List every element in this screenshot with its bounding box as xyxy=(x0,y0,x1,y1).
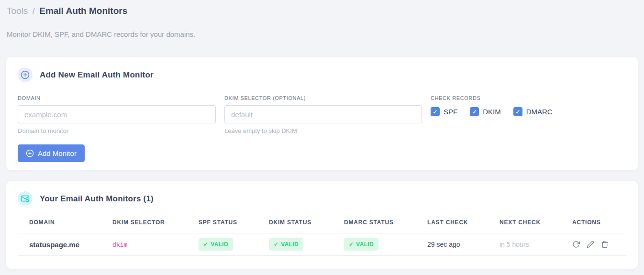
check-records-options: ✓ SPF ✓ DKIM ✓ DMARC xyxy=(431,107,626,116)
checkbox-dmarc-label: DMARC xyxy=(526,108,553,116)
col-header-dmarc-status: DMARC STATUS xyxy=(333,214,416,233)
table-header-row: DOMAIN DKIM SELECTOR SPF STATUS DKIM STA… xyxy=(18,214,626,233)
add-monitor-button[interactable]: Add Monitor xyxy=(18,144,85,162)
edit-icon[interactable] xyxy=(587,241,594,248)
checkbox-checked-icon[interactable]: ✓ xyxy=(513,107,522,116)
checkbox-checked-icon[interactable]: ✓ xyxy=(470,107,479,116)
dmarc-status-badge: ✓ VALID xyxy=(344,238,378,251)
checkbox-spf[interactable]: ✓ SPF xyxy=(431,107,457,116)
page-title: Email Auth Monitors xyxy=(39,6,127,16)
col-header-last-check: LAST CHECK xyxy=(416,214,488,233)
add-card-title: Add New Email Auth Monitor xyxy=(40,70,154,80)
spf-status-badge: ✓ VALID xyxy=(199,238,233,251)
check-records-group: CHECK RECORDS ✓ SPF ✓ DKIM ✓ DMARC xyxy=(431,95,626,134)
domain-input[interactable] xyxy=(18,105,216,123)
dmarc-status-text: VALID xyxy=(356,241,374,248)
dkim-status-text: VALID xyxy=(281,241,299,248)
dkim-status-badge: ✓ VALID xyxy=(269,238,303,251)
check-records-label: CHECK RECORDS xyxy=(431,95,626,101)
monitors-card: Your Email Auth Monitors (1) DOMAIN DKIM… xyxy=(6,181,638,269)
dkim-selector-field-group: DKIM SELECTOR (OPTIONAL) Leave empty to … xyxy=(224,95,422,134)
next-check-value: in 5 hours xyxy=(500,241,529,248)
domain-field-group: DOMAIN Domain to monitor xyxy=(18,95,216,134)
dkim-helper-text: Leave empty to skip DKIM xyxy=(224,127,422,134)
col-header-next-check: NEXT CHECK xyxy=(488,214,561,233)
check-icon: ✓ xyxy=(203,241,208,248)
col-header-dkim-selector: DKIM SELECTOR xyxy=(101,214,187,233)
checkbox-spf-label: SPF xyxy=(444,108,457,116)
monitors-card-header: Your Email Auth Monitors (1) xyxy=(18,191,626,206)
col-header-domain: DOMAIN xyxy=(18,214,101,233)
check-icon: ✓ xyxy=(349,241,354,248)
add-monitor-button-label: Add Monitor xyxy=(38,149,77,157)
checkbox-dkim[interactable]: ✓ DKIM xyxy=(470,107,501,116)
plus-circle-icon xyxy=(26,149,34,157)
monitors-table: DOMAIN DKIM SELECTOR SPF STATUS DKIM STA… xyxy=(18,214,626,256)
table-row: statuspage.me dkim ✓ VALID ✓ VALID xyxy=(18,233,626,256)
plus-circle-icon xyxy=(18,67,33,82)
checkbox-dmarc[interactable]: ✓ DMARC xyxy=(513,107,553,116)
breadcrumb-tools-link[interactable]: Tools xyxy=(7,6,28,16)
breadcrumb: Tools / Email Auth Monitors xyxy=(7,5,637,17)
page-subtitle: Monitor DKIM, SPF, and DMARC records for… xyxy=(7,30,637,38)
refresh-icon[interactable] xyxy=(572,241,580,248)
monitor-dkim-selector: dkim xyxy=(112,241,127,248)
trash-icon[interactable] xyxy=(601,241,609,248)
page-header: Tools / Email Auth Monitors Monitor DKIM… xyxy=(0,0,644,38)
breadcrumb-separator: / xyxy=(33,6,35,16)
add-monitor-card-header: Add New Email Auth Monitor xyxy=(18,67,626,82)
checkbox-dkim-label: DKIM xyxy=(483,108,501,116)
monitor-domain: statuspage.me xyxy=(18,233,101,256)
dkim-selector-label: DKIM SELECTOR (OPTIONAL) xyxy=(224,95,422,101)
col-header-spf-status: SPF STATUS xyxy=(187,214,257,233)
checkbox-checked-icon[interactable]: ✓ xyxy=(431,107,440,116)
domain-label: DOMAIN xyxy=(18,95,216,101)
col-header-dkim-status: DKIM STATUS xyxy=(257,214,333,233)
domain-helper-text: Domain to monitor xyxy=(18,127,216,134)
dkim-selector-input[interactable] xyxy=(224,105,422,123)
last-check-value: 29 sec ago xyxy=(427,241,460,248)
row-actions xyxy=(572,241,622,248)
spf-status-text: VALID xyxy=(211,241,228,248)
col-header-actions: ACTIONS xyxy=(561,214,626,233)
add-monitor-card: Add New Email Auth Monitor DOMAIN Domain… xyxy=(6,57,638,170)
add-monitor-form: DOMAIN Domain to monitor DKIM SELECTOR (… xyxy=(18,95,626,134)
email-check-icon xyxy=(18,191,33,206)
monitors-card-title: Your Email Auth Monitors (1) xyxy=(40,194,154,204)
check-icon: ✓ xyxy=(274,241,278,248)
